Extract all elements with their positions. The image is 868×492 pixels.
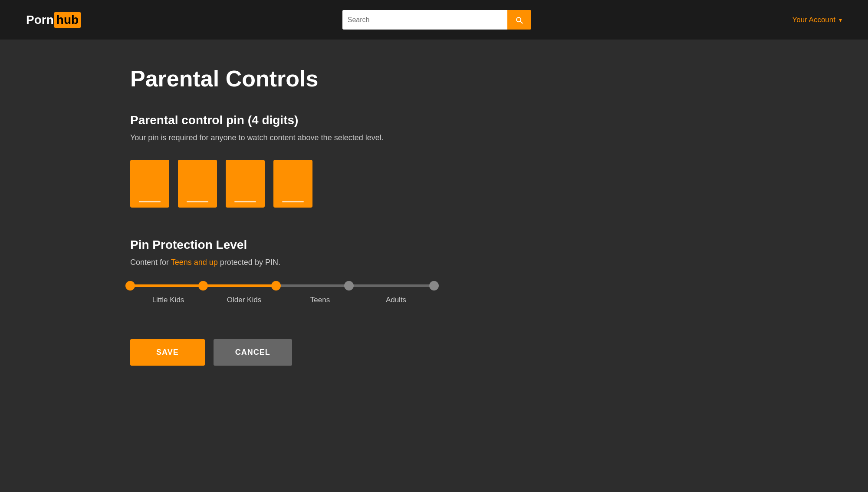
logo-porn-text: Porn — [26, 13, 54, 27]
highlight-text: Teens and up — [171, 258, 218, 267]
pin-underline-2 — [187, 201, 208, 202]
slider-dot-adults[interactable] — [344, 281, 354, 291]
pin-box-4[interactable] — [273, 160, 312, 208]
account-menu[interactable]: Your Account ▾ — [792, 16, 842, 24]
header: Pornhub Your Account ▾ — [0, 0, 868, 40]
pin-underline-3 — [234, 201, 256, 202]
slider-labels: Little Kids Older Kids Teens Adults — [130, 296, 434, 304]
protection-section: Pin Protection Level Content for Teens a… — [130, 238, 608, 304]
chevron-down-icon: ▾ — [839, 17, 842, 23]
pin-underline-1 — [139, 201, 161, 202]
button-area: SAVE CANCEL — [130, 339, 608, 366]
slider-dot-little-kids[interactable] — [125, 281, 135, 291]
slider-dot-end[interactable] — [429, 281, 439, 291]
pin-section: Parental control pin (4 digits) Your pin… — [130, 113, 608, 208]
search-area — [342, 10, 531, 30]
protection-slider[interactable] — [130, 284, 434, 287]
search-button[interactable] — [507, 10, 531, 30]
slider-label-older-kids: Older Kids — [206, 296, 282, 304]
pin-boxes — [130, 160, 608, 208]
logo-hub-text: hub — [54, 12, 81, 28]
search-input[interactable] — [342, 10, 507, 30]
slider-label-teens: Teens — [282, 296, 358, 304]
desc-suffix: protected by PIN. — [218, 258, 280, 267]
protection-title: Pin Protection Level — [130, 238, 608, 252]
pin-section-description: Your pin is required for anyone to watch… — [130, 133, 608, 142]
slider-label-little-kids: Little Kids — [130, 296, 206, 304]
pin-box-1[interactable] — [130, 160, 169, 208]
page-title: Parental Controls — [130, 66, 608, 92]
desc-prefix: Content for — [130, 258, 171, 267]
slider-track — [130, 284, 434, 287]
slider-dot-older-kids[interactable] — [198, 281, 208, 291]
slider-label-adults: Adults — [358, 296, 434, 304]
pin-underline-4 — [282, 201, 304, 202]
cancel-button[interactable]: CANCEL — [214, 339, 292, 366]
pin-box-2[interactable] — [178, 160, 217, 208]
slider-dot-teens[interactable] — [271, 281, 281, 291]
search-icon — [515, 16, 523, 24]
pin-box-3[interactable] — [226, 160, 265, 208]
protection-description: Content for Teens and up protected by PI… — [130, 258, 608, 267]
save-button[interactable]: SAVE — [130, 339, 205, 366]
pin-section-title: Parental control pin (4 digits) — [130, 113, 608, 127]
account-label: Your Account — [792, 16, 835, 24]
logo: Pornhub — [26, 12, 81, 28]
main-content: Parental Controls Parental control pin (… — [0, 40, 608, 392]
